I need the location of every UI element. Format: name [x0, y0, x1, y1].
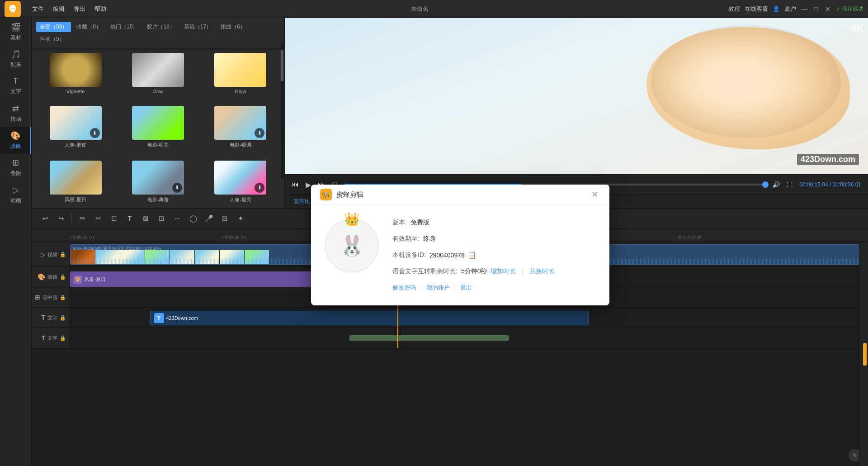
online-support-link[interactable]: 在线客服 [745, 5, 768, 13]
filter-item-movie-elegant[interactable]: ⬇ 电影-典雅 [118, 161, 197, 208]
sidebar-item-animation[interactable]: ▷ 动画 [0, 181, 31, 208]
filter-item-movie-warm[interactable]: ⬇ 电影-暖调 [201, 106, 280, 157]
filter-tab-favorites[interactable]: 收藏（0） [73, 22, 105, 32]
filter-item-glow[interactable]: Glow [201, 53, 280, 102]
download-icon-portrait-bright[interactable]: ⬇ [255, 183, 264, 193]
preview-panel: 4K 423Down.com ⏮ ▶ ⏭ ⊡ 🔊 ⛶ [285, 18, 868, 208]
sidebar-item-text[interactable]: T 文字 [0, 72, 31, 100]
filter-thumb-vignette [50, 53, 102, 87]
device-id-label: 本机设备ID: [392, 251, 426, 259]
win-restore[interactable]: □ [812, 5, 820, 13]
menu-file[interactable]: 文件 [28, 0, 48, 18]
undo-button[interactable]: ↩ [38, 212, 52, 225]
lock-icon-text2[interactable]: 🔒 [60, 335, 66, 341]
text-clip-2[interactable] [349, 335, 509, 341]
delete-tool[interactable]: ⊡ [107, 212, 121, 225]
avatar-face: 🐰 [331, 225, 372, 266]
menubar: 文件 编辑 导出 帮助 未命名 教程 在线客服 👤 账户 — □ ✕ ✓ 保存成… [0, 0, 868, 18]
filter-label-movie-warm: 电影-暖调 [230, 142, 251, 148]
playhead-text2 [397, 328, 398, 348]
timeline-right-scroll [859, 242, 868, 466]
filter-item-portrait-skin[interactable]: ⬇ 人像-磨皮 [36, 106, 115, 157]
rotate-tool[interactable]: ◯ [186, 212, 200, 225]
filter-item-vignette[interactable]: Vignette [36, 53, 115, 102]
filter-item-movie-bright[interactable]: 电影-明亮 [118, 106, 197, 157]
lock-icon-video[interactable]: 🔒 [60, 252, 66, 257]
speech-time: 5分钟0秒 [461, 267, 487, 276]
account-icon[interactable]: 👤 [773, 5, 780, 12]
subtract-tool[interactable]: ⊟ [218, 212, 231, 225]
win-minimize[interactable]: — [801, 5, 808, 13]
track-label-text1: T 文字 🔒 [32, 308, 70, 328]
filter-thumb-movie-bright [132, 106, 184, 140]
redo-button[interactable]: ↪ [54, 212, 68, 225]
account-label[interactable]: 账户 [784, 5, 796, 13]
filter-scrollbar[interactable] [281, 43, 283, 179]
filter-tab-distort[interactable]: 扭曲（6） [217, 22, 249, 32]
filter-tab-film[interactable]: 胶片（16） [143, 22, 178, 32]
download-icon-movie-elegant[interactable]: ⬇ [172, 183, 182, 193]
crop-tool[interactable]: ⊠ [139, 212, 152, 225]
filter-thumb-glow [214, 53, 266, 87]
change-password-link[interactable]: 修改密码 [392, 284, 416, 292]
lock-icon-text1[interactable]: 🔒 [60, 315, 66, 321]
fullscreen-icon[interactable]: ⛶ [787, 181, 793, 188]
sidebar-item-overlay[interactable]: ⊞ 叠附 [0, 154, 31, 181]
filter-clip-label: 风景-夏日 [84, 276, 106, 283]
sidebar-item-music[interactable]: 🎵 配乐 [0, 45, 31, 72]
lock-icon-pip[interactable]: 🔒 [60, 295, 66, 300]
preview-prev-frame[interactable]: ⏮ [292, 181, 299, 189]
volume-icon[interactable]: 🔊 [772, 181, 780, 188]
lock-icon-filter[interactable]: 🔒 [60, 274, 66, 280]
footer-sep-1: ｜ [418, 284, 424, 292]
menu-help[interactable]: 帮助 [90, 0, 111, 18]
my-account-link[interactable]: 我的账户 [426, 284, 450, 292]
timeline-scroll-thumb[interactable] [863, 343, 867, 366]
filter-item-gray[interactable]: Gray [118, 53, 197, 102]
sidebar: 🎬 素材 🎵 配乐 T 文字 ⇄ 转场 🎨 滤镜 ⊞ 叠附 ▷ 动画 [0, 18, 32, 466]
split-tool[interactable]: ↔ [170, 212, 184, 225]
filter-tab-basic[interactable]: 基础（17） [180, 22, 215, 32]
track-video-label: 视频 [47, 251, 57, 258]
mic-tool[interactable]: 🎤 [202, 212, 216, 225]
filter-tab-popular[interactable]: 热门（15） [107, 22, 142, 32]
track-body-text1: T 423Down.com [70, 308, 868, 328]
track-text2-icon: T [41, 334, 45, 342]
text-clip-1[interactable]: T 423Down.com [150, 311, 589, 325]
menu-edit[interactable]: 编辑 [48, 0, 69, 18]
filter-label-portrait-bright: 人像-提亮 [230, 196, 251, 203]
download-icon-movie-warm[interactable]: ⬇ [255, 128, 264, 138]
preview-play[interactable]: ▶ [306, 181, 311, 189]
text-tool[interactable]: T [123, 212, 137, 225]
dialog-close-button[interactable]: ✕ [589, 189, 600, 200]
grid-tool[interactable]: ⊡ [155, 212, 168, 225]
menu-export[interactable]: 导出 [69, 0, 90, 18]
increase-time-link[interactable]: 增加时长 [491, 267, 516, 276]
tutorial-link[interactable]: 教程 [728, 5, 740, 13]
version-value: 免费版 [410, 219, 429, 227]
win-close[interactable]: ✕ [824, 5, 831, 13]
pen-tool[interactable]: ✏ [75, 212, 89, 225]
logout-link[interactable]: 退出 [460, 284, 472, 292]
dialog-logo: 🐝 [320, 189, 332, 200]
validity-label: 有效期至: [392, 235, 420, 243]
cut-tool[interactable]: ✂ [91, 212, 105, 225]
exchange-time-link[interactable]: 兑换时长 [529, 267, 555, 276]
sidebar-item-filter[interactable]: 🎨 滤镜 [0, 127, 31, 154]
download-icon-portrait[interactable]: ⬇ [90, 128, 100, 138]
star-tool[interactable]: ✦ [234, 212, 247, 225]
validity-row: 有效期至: 终身 [392, 235, 596, 243]
filter-item-portrait-bright[interactable]: ⬇ 人像-提亮 [201, 161, 280, 208]
filter-item-landscape[interactable]: 风景-夏日 [36, 161, 115, 208]
filter-tab-shake[interactable]: 抖动（5） [36, 34, 68, 44]
copy-device-id-button[interactable]: 📋 [468, 252, 476, 259]
track-row-text1: T 文字 🔒 T 423Down.com [32, 308, 868, 328]
app-title: 未命名 [111, 5, 728, 13]
filter-thumb-portrait: ⬇ [50, 106, 102, 140]
sidebar-item-assets[interactable]: 🎬 素材 [0, 18, 31, 45]
track-filter-icon: 🎨 [38, 273, 45, 281]
filter-label-gray: Gray [153, 89, 164, 94]
track-label-pip: ⊞ 画中画 🔒 [32, 287, 70, 307]
sidebar-item-transition[interactable]: ⇄ 转场 [0, 100, 31, 127]
filter-tab-all[interactable]: 全部（59） [36, 22, 71, 32]
